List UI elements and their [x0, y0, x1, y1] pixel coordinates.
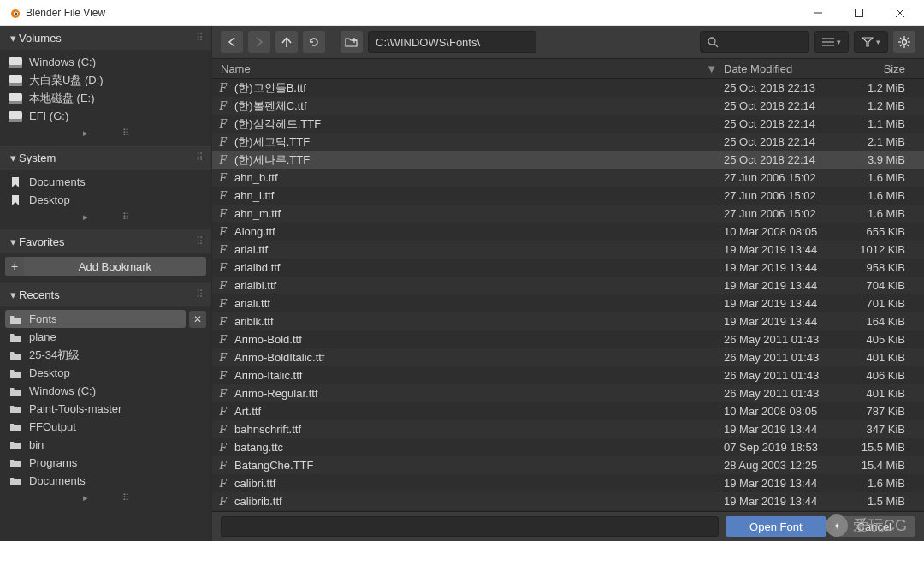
file-size: 787 KiB	[844, 405, 912, 418]
filter-button[interactable]: ▾	[854, 31, 888, 53]
recent-item[interactable]: Windows (C:)	[5, 382, 206, 400]
file-row[interactable]: F(한)세고딕.TTF25 Oct 2018 22:142.1 MiB	[212, 133, 924, 151]
file-row[interactable]: FAlong.ttf10 Mar 2008 08:05655 KiB	[212, 223, 924, 241]
drive-icon	[9, 93, 22, 104]
window-title: Blender File View	[26, 7, 801, 19]
file-row[interactable]: F(한)삼각헤드.TTF25 Oct 2018 22:141.1 MiB	[212, 115, 924, 133]
recent-item[interactable]: Fonts	[5, 310, 186, 328]
system-item[interactable]: Documents	[5, 173, 206, 191]
back-button[interactable]	[221, 31, 243, 53]
file-size: 655 KiB	[844, 225, 912, 238]
collapse-handle[interactable]: ▸⠿	[5, 491, 206, 503]
cancel-button[interactable]: Cancel	[833, 516, 915, 537]
file-row[interactable]: Fbahnschrift.ttf19 Mar 2019 13:44347 KiB	[212, 420, 924, 438]
svg-line-19	[900, 38, 902, 39]
up-button[interactable]	[275, 31, 298, 53]
drag-handle-icon[interactable]: ⠿	[196, 32, 204, 44]
recent-item[interactable]: FFOutput	[5, 418, 206, 436]
file-list[interactable]: F(한)고인돌B.ttf25 Oct 2018 22:131.2 MiBF(한)…	[212, 79, 924, 511]
file-row[interactable]: FArimo-Bold.ttf26 May 2011 01:43405 KiB	[212, 330, 924, 348]
display-mode-button[interactable]: ▾	[814, 31, 849, 53]
minimize-button[interactable]	[801, 1, 835, 25]
folder-icon	[9, 314, 22, 324]
add-bookmark-label: Add Bookmark	[24, 260, 206, 273]
folder-icon	[9, 422, 22, 432]
recent-item[interactable]: plane	[5, 328, 206, 346]
maximize-button[interactable]	[842, 1, 876, 25]
drive-icon	[9, 111, 22, 122]
recent-item[interactable]: bin	[5, 436, 206, 454]
system-item[interactable]: Desktop	[5, 191, 206, 209]
file-row[interactable]: Farialbd.ttf19 Mar 2019 13:44958 KiB	[212, 259, 924, 277]
collapse-handle[interactable]: ▸⠿	[5, 127, 206, 139]
file-name: Arimo-BoldItalic.ttf	[234, 351, 724, 364]
folder-icon	[9, 332, 22, 342]
volume-item[interactable]: EFI (G:)	[5, 107, 206, 125]
recent-item[interactable]: Documents	[5, 472, 206, 490]
file-row[interactable]: Fariali.ttf19 Mar 2019 13:44701 KiB	[212, 294, 924, 312]
recent-item[interactable]: Programs	[5, 454, 206, 472]
file-row[interactable]: FArimo-Regular.ttf26 May 2011 01:43401 K…	[212, 384, 924, 402]
file-row[interactable]: Fahn_m.ttf27 Jun 2006 15:021.6 MiB	[212, 205, 924, 223]
font-file-icon: F	[212, 423, 234, 437]
file-name: (한)볼펜체C.ttf	[234, 98, 724, 114]
favorites-header[interactable]: ▾ Favorites ⠿	[0, 229, 211, 253]
file-row[interactable]: Farialbi.ttf19 Mar 2019 13:44704 KiB	[212, 277, 924, 294]
file-row[interactable]: FArt.ttf10 Mar 2008 08:05787 KiB	[212, 402, 924, 420]
refresh-button[interactable]	[303, 31, 325, 53]
drag-handle-icon[interactable]: ⠿	[196, 235, 204, 247]
file-row[interactable]: F(한)세나루.TTF25 Oct 2018 22:143.9 MiB	[212, 151, 924, 169]
folder-icon	[9, 404, 22, 414]
filename-input[interactable]	[221, 516, 719, 537]
file-row[interactable]: F(한)볼펜체C.ttf25 Oct 2018 22:141.2 MiB	[212, 97, 924, 115]
file-row[interactable]: F(한)고인돌B.ttf25 Oct 2018 22:131.2 MiB	[212, 79, 924, 97]
svg-line-20	[907, 45, 909, 46]
folder-icon	[9, 458, 22, 468]
recents-header[interactable]: ▾ Recents ⠿	[0, 283, 211, 306]
file-name: (한)고인돌B.ttf	[234, 80, 724, 96]
remove-recent-button[interactable]: ✕	[189, 311, 206, 328]
column-name[interactable]: Name▼	[212, 62, 724, 75]
add-bookmark-button[interactable]: + Add Bookmark	[5, 257, 206, 276]
file-row[interactable]: Fariblk.ttf19 Mar 2019 13:44164 KiB	[212, 312, 924, 330]
chevron-down-icon: ▾	[7, 32, 19, 45]
collapse-handle[interactable]: ▸⠿	[5, 211, 206, 223]
recent-item[interactable]: 25-34初级	[5, 346, 206, 364]
file-size: 15.5 MiB	[844, 441, 912, 454]
file-row[interactable]: Farial.ttf19 Mar 2019 13:441012 KiB	[212, 241, 924, 259]
recent-item[interactable]: Paint-Tools-master	[5, 400, 206, 418]
system-header[interactable]: ▾ System ⠿	[0, 146, 211, 170]
file-row[interactable]: Fcalibri.ttf19 Mar 2019 13:441.6 MiB	[212, 474, 924, 492]
volumes-header[interactable]: ▾ Volumes ⠿	[0, 26, 211, 50]
drag-handle-icon[interactable]: ⠿	[196, 288, 204, 300]
close-button[interactable]	[883, 1, 917, 25]
file-date: 19 Mar 2019 13:44	[724, 279, 844, 292]
file-row[interactable]: FArimo-Italic.ttf26 May 2011 01:43406 Ki…	[212, 366, 924, 384]
file-row[interactable]: Fahn_b.ttf27 Jun 2006 15:021.6 MiB	[212, 169, 924, 187]
path-input[interactable]	[368, 31, 536, 53]
open-font-button[interactable]: Open Font	[726, 516, 826, 537]
recent-item[interactable]: Desktop	[5, 364, 206, 382]
file-row[interactable]: Fbatang.ttc07 Sep 2019 18:5315.5 MiB	[212, 438, 924, 456]
drag-handle-icon[interactable]: ⠿	[196, 152, 204, 164]
settings-button[interactable]	[893, 31, 915, 53]
volume-item[interactable]: Windows (C:)	[5, 53, 206, 71]
file-row[interactable]: Fcalibrib.ttf19 Mar 2019 13:441.5 MiB	[212, 492, 924, 510]
favorites-body: + Add Bookmark	[0, 253, 211, 283]
file-row[interactable]: FBatangChe.TTF28 Aug 2003 12:2515.4 MiB	[212, 456, 924, 474]
volume-item[interactable]: 本地磁盘 (E:)	[5, 89, 206, 107]
file-row[interactable]: Fahn_l.ttf27 Jun 2006 15:021.6 MiB	[212, 187, 924, 205]
font-file-icon: F	[212, 117, 234, 131]
toolbar: ▾ ▾	[212, 26, 924, 58]
font-file-icon: F	[212, 333, 234, 347]
search-input[interactable]	[700, 31, 809, 53]
column-date[interactable]: Date Modified	[724, 62, 844, 75]
plus-icon: +	[5, 257, 24, 276]
file-size: 1.5 MiB	[844, 495, 912, 508]
font-file-icon: F	[212, 189, 234, 203]
volume-item[interactable]: 大白菜U盘 (D:)	[5, 71, 206, 89]
column-size[interactable]: Size	[844, 62, 912, 75]
forward-button[interactable]	[248, 31, 270, 53]
new-folder-button[interactable]	[341, 31, 363, 53]
file-row[interactable]: FArimo-BoldItalic.ttf26 May 2011 01:4340…	[212, 348, 924, 366]
